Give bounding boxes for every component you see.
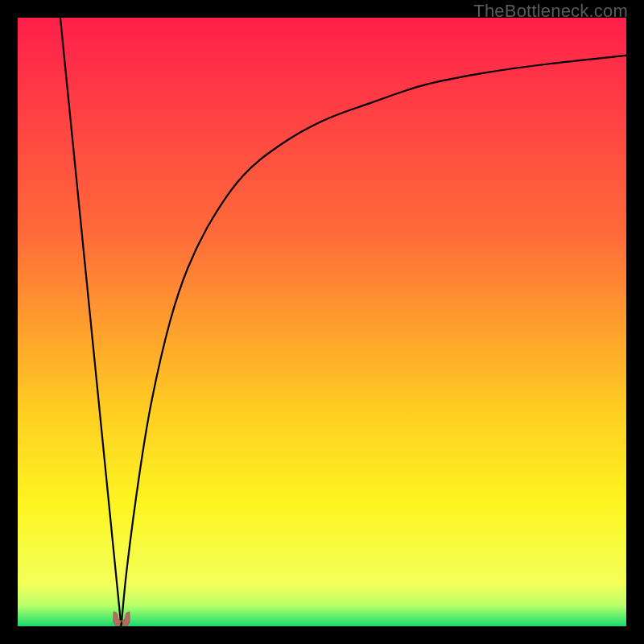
bottleneck-curve [18,18,626,626]
plot-area [18,18,626,626]
chart-frame: TheBottleneck.com [0,0,644,644]
optimum-marker-icon [110,610,133,626]
